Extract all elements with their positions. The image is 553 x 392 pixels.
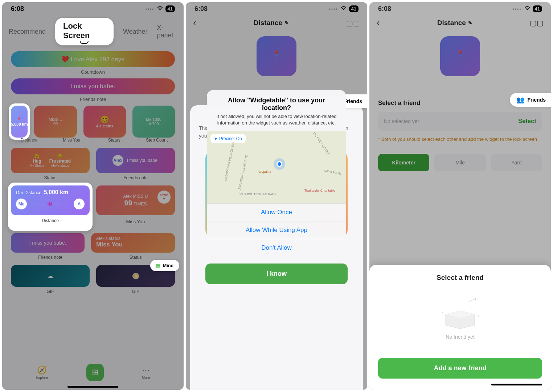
hearts-icon: - - - 💜 - - - [27,201,74,207]
friends-button[interactable]: 👥Friends [510,93,551,107]
distance-widget-medium[interactable]: Our Distance: 5,000 km Me - - - 💜 - - - … [11,185,90,215]
dont-allow-button[interactable]: Don't Allow [207,239,346,257]
allow-while-using-button[interactable]: Allow While Using App [207,221,346,239]
add-friend-button[interactable]: Add a new friend [378,358,542,379]
distance-label-2: Distance [11,218,90,223]
sheet-title: Select a friend [378,274,542,282]
distance-value: 5,000 km [11,122,28,126]
allow-once-button[interactable]: Allow Once [207,203,346,221]
location-arrow-icon: ➤ [214,136,218,141]
pin-icon: 📍 [17,117,22,122]
select-friend-sheet: Select a friend No friend yet Add a new … [369,265,551,390]
me-avatar: Me [16,199,27,209]
friend-avatar: A [74,199,85,209]
i-know-button[interactable]: I know [205,264,348,284]
distance-label: Distance [11,138,47,143]
empty-state-icon [438,296,482,329]
home-indicator[interactable] [491,384,542,385]
map-preview: ➤Precise: On KADAMBARI VILLAGE RD 132 FE… [207,131,346,203]
dialog-subtitle: If not allowed, you will not be able to … [207,113,346,131]
current-location-dot [276,161,282,167]
precise-toggle[interactable]: ➤Precise: On [210,134,246,143]
mine-button[interactable]: ▤Mine [150,260,179,271]
tab-lockscreen[interactable]: Lock Screen [55,18,114,45]
dialog-title: Allow "Widgetable" to use your location? [207,90,346,113]
location-permission-dialog: Allow "Widgetable" to use your location?… [207,90,346,257]
distance-widget-small[interactable]: 📍 5,000 km [11,106,28,138]
friends-icon: 👥 [516,96,524,104]
svg-point-0 [442,312,443,313]
svg-point-1 [478,315,479,317]
layers-icon: ▤ [156,263,160,268]
empty-state-text: No friend yet [378,334,542,340]
